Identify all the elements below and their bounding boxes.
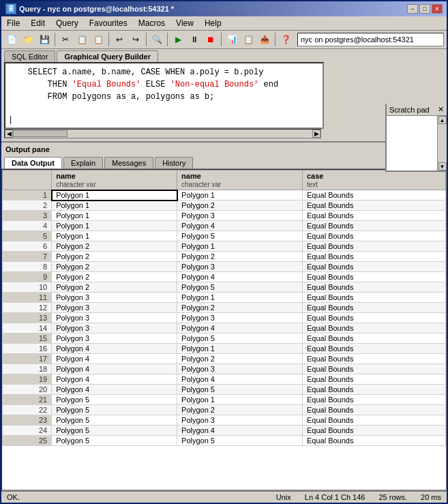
table-cell[interactable]: Polygon 4 xyxy=(52,385,177,395)
vscroll-up-btn[interactable]: ▲ xyxy=(438,116,447,124)
table-cell[interactable]: Equal Bounds xyxy=(302,211,445,221)
tab-graphical-query-builder[interactable]: Graphical Query Builder xyxy=(57,50,158,62)
tab-explain[interactable]: Explain xyxy=(63,157,103,168)
table-row[interactable]: 25Polygon 5Polygon 5Equal Bounds xyxy=(3,436,446,446)
table-cell[interactable]: Equal Bounds xyxy=(302,190,445,201)
menu-macros[interactable]: Macros xyxy=(136,18,168,29)
table-cell[interactable]: Equal Bounds xyxy=(302,201,445,211)
table-cell[interactable]: Equal Bounds xyxy=(302,436,445,446)
table-cell[interactable]: Polygon 4 xyxy=(52,354,177,364)
table-cell[interactable]: Polygon 1 xyxy=(52,221,177,231)
table-row[interactable]: 15Polygon 3Polygon 5Equal Bounds xyxy=(3,333,446,344)
table-cell[interactable]: Polygon 1 xyxy=(177,190,303,201)
table-cell[interactable]: Equal Bounds xyxy=(302,344,445,354)
table-cell[interactable]: Polygon 4 xyxy=(52,374,177,385)
table-cell[interactable]: Polygon 4 xyxy=(177,221,303,231)
table-cell[interactable]: Polygon 3 xyxy=(52,313,177,323)
scratch-pad-close[interactable]: ✕ xyxy=(438,105,444,114)
table-cell[interactable]: Polygon 1 xyxy=(52,201,177,211)
stop-button[interactable]: ⏹ xyxy=(203,32,218,47)
table-cell[interactable]: Polygon 5 xyxy=(177,436,303,446)
table-cell[interactable]: Equal Bounds xyxy=(302,262,445,272)
tab-messages[interactable]: Messages xyxy=(104,157,153,168)
table-cell[interactable]: Equal Bounds xyxy=(302,231,445,241)
table-row[interactable]: 5Polygon 1Polygon 5Equal Bounds xyxy=(3,231,446,241)
table-cell[interactable]: Polygon 3 xyxy=(177,262,303,272)
table-cell[interactable]: Polygon 5 xyxy=(52,415,177,426)
table-cell[interactable]: Equal Bounds xyxy=(302,272,445,282)
table-cell[interactable]: Equal Bounds xyxy=(302,364,445,374)
table-cell[interactable]: Polygon 3 xyxy=(52,303,177,313)
table-cell[interactable]: Polygon 5 xyxy=(52,405,177,415)
table-cell[interactable]: Equal Bounds xyxy=(302,333,445,344)
table-row[interactable]: 21Polygon 5Polygon 1Equal Bounds xyxy=(3,395,446,405)
tab-data-output[interactable]: Data Output xyxy=(4,157,62,168)
open-button[interactable]: 📁 xyxy=(20,32,35,47)
table-cell[interactable]: Equal Bounds xyxy=(302,426,445,436)
table-cell[interactable]: Equal Bounds xyxy=(302,354,445,364)
copy-button[interactable]: 📋 xyxy=(74,32,89,47)
editor-hscrollbar[interactable]: ◀ ▶ xyxy=(4,129,321,138)
table-row[interactable]: 10Polygon 2Polygon 5Equal Bounds xyxy=(3,282,446,293)
table-row[interactable]: 22Polygon 5Polygon 2Equal Bounds xyxy=(3,405,446,415)
table-row[interactable]: 14Polygon 3Polygon 4Equal Bounds xyxy=(3,323,446,333)
table-row[interactable]: 18Polygon 4Polygon 3Equal Bounds xyxy=(3,364,446,374)
table-cell[interactable]: Equal Bounds xyxy=(302,385,445,395)
table-cell[interactable]: Polygon 1 xyxy=(52,190,177,201)
table-cell[interactable]: Polygon 2 xyxy=(52,241,177,252)
table-cell[interactable]: Polygon 1 xyxy=(177,344,303,354)
table-cell[interactable]: Polygon 2 xyxy=(177,201,303,211)
table-cell[interactable]: Equal Bounds xyxy=(302,323,445,333)
vscroll-down-btn[interactable]: ▼ xyxy=(438,162,447,171)
table-cell[interactable]: Polygon 2 xyxy=(52,272,177,282)
table-cell[interactable]: Polygon 1 xyxy=(52,231,177,241)
table-cell[interactable]: Polygon 1 xyxy=(177,293,303,303)
table-cell[interactable]: Equal Bounds xyxy=(302,415,445,426)
sql-editor[interactable]: SELECT a.name, b.name, CASE WHEN a.poly … xyxy=(4,62,324,129)
export-button[interactable]: 📤 xyxy=(257,32,272,47)
table-cell[interactable]: Polygon 3 xyxy=(52,333,177,344)
table-row[interactable]: 19Polygon 4Polygon 4Equal Bounds xyxy=(3,374,446,385)
menu-view[interactable]: View xyxy=(173,18,196,29)
new-button[interactable]: 📄 xyxy=(4,32,19,47)
table-row[interactable]: 9Polygon 2Polygon 4Equal Bounds xyxy=(3,272,446,282)
table-row[interactable]: 12Polygon 3Polygon 2Equal Bounds xyxy=(3,303,446,313)
scroll-left-btn[interactable]: ◀ xyxy=(5,130,13,138)
table-cell[interactable]: Polygon 4 xyxy=(177,323,303,333)
table-cell[interactable]: Polygon 4 xyxy=(177,426,303,436)
table-cell[interactable]: Polygon 5 xyxy=(177,385,303,395)
table-row[interactable]: 3Polygon 1Polygon 3Equal Bounds xyxy=(3,211,446,221)
data-table-container[interactable]: name character var name character var ca… xyxy=(1,169,447,490)
table-row[interactable]: 2Polygon 1Polygon 2Equal Bounds xyxy=(3,201,446,211)
menu-edit[interactable]: Edit xyxy=(28,18,48,29)
table-cell[interactable]: Polygon 4 xyxy=(177,272,303,282)
table-row[interactable]: 1Polygon 1Polygon 1Equal Bounds xyxy=(3,190,446,201)
scratch-vscrollbar[interactable]: ▲ ▼ xyxy=(437,116,447,171)
table-cell[interactable]: Polygon 3 xyxy=(177,415,303,426)
table-cell[interactable]: Polygon 3 xyxy=(177,313,303,323)
table-cell[interactable]: Equal Bounds xyxy=(302,241,445,252)
save-button[interactable]: 💾 xyxy=(37,32,52,47)
table-row[interactable]: 16Polygon 4Polygon 1Equal Bounds xyxy=(3,344,446,354)
table-cell[interactable]: Polygon 3 xyxy=(177,364,303,374)
table-cell[interactable]: Polygon 2 xyxy=(177,252,303,262)
table-cell[interactable]: Polygon 1 xyxy=(177,395,303,405)
explain-button[interactable]: 📊 xyxy=(224,32,239,47)
table-cell[interactable]: Polygon 4 xyxy=(177,374,303,385)
table-cell[interactable]: Polygon 2 xyxy=(52,282,177,293)
table-cell[interactable]: Polygon 3 xyxy=(52,293,177,303)
tab-history[interactable]: History xyxy=(155,157,193,168)
scroll-right-btn[interactable]: ▶ xyxy=(312,130,320,138)
table-cell[interactable]: Polygon 5 xyxy=(52,436,177,446)
menu-help[interactable]: Help xyxy=(202,18,224,29)
tab-sql-editor[interactable]: SQL Editor xyxy=(4,50,55,62)
table-cell[interactable]: Polygon 5 xyxy=(177,333,303,344)
table-row[interactable]: 13Polygon 3Polygon 3Equal Bounds xyxy=(3,313,446,323)
table-cell[interactable]: Polygon 4 xyxy=(52,344,177,354)
table-row[interactable]: 7Polygon 2Polygon 2Equal Bounds xyxy=(3,252,446,262)
table-cell[interactable]: Polygon 2 xyxy=(177,354,303,364)
table-cell[interactable]: Polygon 2 xyxy=(52,252,177,262)
table-cell[interactable]: Equal Bounds xyxy=(302,374,445,385)
run-button[interactable]: ▶ xyxy=(170,32,185,47)
menu-favourites[interactable]: Favourites xyxy=(87,18,130,29)
